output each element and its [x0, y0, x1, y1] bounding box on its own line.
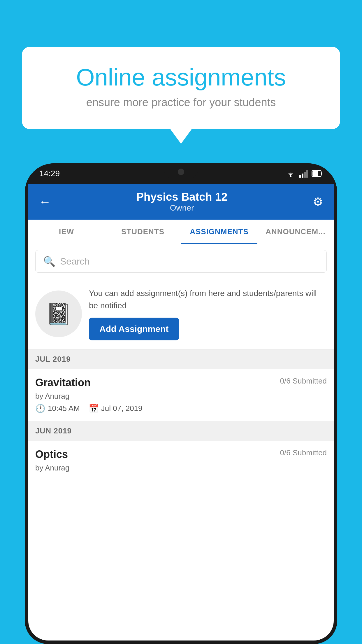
- tab-assignments[interactable]: ASSIGNMENTS: [181, 220, 257, 244]
- svg-point-0: [290, 176, 291, 177]
- status-bar: 14:29: [25, 163, 337, 184]
- speech-bubble-subtitle: ensure more practice for your students: [42, 96, 320, 109]
- promo-description: You can add assignment(s) from here and …: [89, 287, 327, 312]
- tab-iew[interactable]: IEW: [28, 220, 105, 244]
- camera-dot: [178, 169, 184, 175]
- svg-rect-3: [304, 172, 306, 178]
- clock-icon: 🕐: [35, 404, 45, 413]
- tab-students[interactable]: STUDENTS: [105, 220, 181, 244]
- app-header: ← Physics Batch 12 Owner ⚙: [28, 184, 334, 220]
- assignment-time: 10:45 AM: [48, 404, 80, 413]
- tab-announcements[interactable]: ANNOUNCEM...: [257, 220, 334, 244]
- assignment-submitted-optics: 0/6 Submitted: [280, 448, 327, 457]
- wifi-icon: [285, 169, 296, 178]
- add-assignment-button[interactable]: Add Assignment: [89, 318, 179, 340]
- status-icons: [285, 169, 323, 178]
- section-header-jun: JUN 2019: [28, 421, 334, 441]
- search-placeholder: Search: [60, 256, 89, 267]
- search-bar: 🔍 Search: [28, 244, 334, 279]
- assignment-by: by Anurag: [35, 392, 327, 401]
- assignment-item-gravitation[interactable]: Gravitation 0/6 Submitted by Anurag 🕐 10…: [28, 369, 334, 421]
- speech-bubble: Online assignments ensure more practice …: [22, 47, 340, 129]
- battery-icon: [312, 170, 323, 177]
- search-icon: 🔍: [43, 256, 55, 267]
- assignment-item-optics[interactable]: Optics 0/6 Submitted by Anurag: [28, 441, 334, 483]
- assignment-item-top-optics: Optics 0/6 Submitted: [35, 448, 327, 461]
- speech-bubble-title: Online assignments: [42, 64, 320, 90]
- svg-rect-6: [321, 172, 322, 175]
- svg-rect-2: [302, 174, 303, 178]
- notebook-icon: 📓: [45, 302, 72, 326]
- calendar-icon: 📅: [89, 404, 99, 413]
- assignment-by-optics: by Anurag: [35, 463, 327, 473]
- app-screen: ← Physics Batch 12 Owner ⚙ IEW STUDENTS …: [28, 184, 334, 640]
- promo-section: 📓 You can add assignment(s) from here an…: [28, 279, 334, 349]
- promo-text-block: You can add assignment(s) from here and …: [89, 287, 327, 340]
- header-title: Physics Batch 12: [136, 191, 228, 203]
- status-time: 14:29: [39, 169, 60, 178]
- header-subtitle: Owner: [136, 203, 228, 213]
- svg-rect-1: [299, 175, 301, 178]
- notch: [164, 163, 198, 179]
- search-input-container[interactable]: 🔍 Search: [35, 250, 327, 273]
- meta-date: 📅 Jul 07, 2019: [89, 404, 143, 413]
- header-title-block: Physics Batch 12 Owner: [136, 191, 228, 213]
- assignment-date: Jul 07, 2019: [101, 404, 143, 413]
- assignment-name-optics: Optics: [35, 448, 68, 461]
- promo-icon-circle: 📓: [35, 290, 82, 337]
- phone-shell: 14:29: [25, 163, 337, 644]
- assignment-item-top: Gravitation 0/6 Submitted: [35, 377, 327, 389]
- tabs-bar: IEW STUDENTS ASSIGNMENTS ANNOUNCEM...: [28, 220, 334, 244]
- assignment-meta: 🕐 10:45 AM 📅 Jul 07, 2019: [35, 404, 327, 413]
- assignment-name: Gravitation: [35, 377, 91, 389]
- svg-rect-4: [306, 170, 308, 178]
- assignment-submitted: 0/6 Submitted: [280, 377, 327, 386]
- svg-rect-7: [312, 171, 318, 176]
- section-header-jul: JUL 2019: [28, 349, 334, 369]
- back-button[interactable]: ←: [39, 196, 51, 208]
- settings-icon[interactable]: ⚙: [313, 195, 323, 209]
- signal-icon: [299, 169, 308, 178]
- meta-time: 🕐 10:45 AM: [35, 404, 80, 413]
